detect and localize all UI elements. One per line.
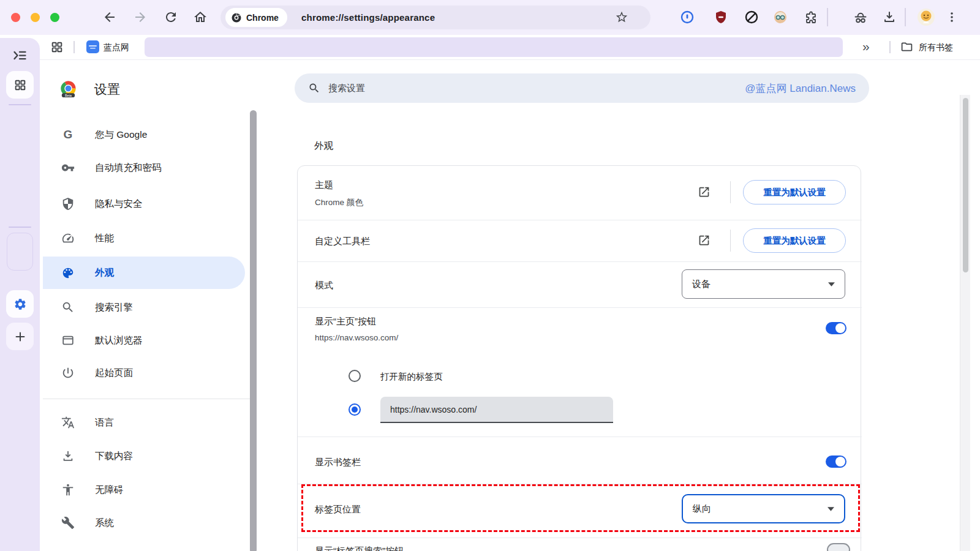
shield-icon [61,197,75,211]
card-divider [298,484,862,484]
tab-position-label: 标签页位置 [315,504,361,515]
all-bookmarks-button[interactable]: 所有书签 [919,42,953,53]
home-icon[interactable] [193,10,208,24]
mode-select[interactable]: 设备 [682,269,845,299]
sidebar-divider [43,399,250,399]
sidebar-item-downloads[interactable]: 下载内容 [43,440,245,473]
home-button-url: https://nav.wsoso.com/ [315,333,398,342]
back-icon[interactable] [102,10,117,24]
gear-icon [13,298,27,311]
google-g-icon: G [61,128,75,141]
new-tab-button[interactable] [6,323,34,350]
custom-toolbar-title: 自定义工具栏 [315,236,370,247]
sidebar-item-appearance[interactable]: 外观 [43,257,245,289]
external-link-icon[interactable] [698,186,710,198]
sidebar-item-autofill[interactable]: 自动填充和密码 [43,151,245,184]
radio-new-tab-label: 打开新的标签页 [380,371,443,383]
adblock-shield-extension-icon[interactable] [714,10,728,24]
reset-theme-button[interactable]: 重置为默认设置 [743,180,846,204]
bookmark-favicon [86,40,99,53]
profile-avatar[interactable] [917,8,935,26]
radio-new-tab[interactable] [349,370,361,382]
site-badge[interactable]: Chrome [225,8,287,27]
badge-label: Chrome [246,13,279,23]
tab-placeholder [7,233,33,271]
rail-collapse-toggle-icon[interactable] [12,47,28,64]
tab-strip-pill[interactable] [145,37,843,57]
apps-grid-icon[interactable] [50,40,64,54]
downloads-icon[interactable] [882,10,897,24]
row-separator [730,230,731,252]
sidebar-item-system[interactable]: 系统 [43,506,245,539]
reset-custom-toolbar-button[interactable]: 重置为默认设置 [743,228,846,253]
main-scrollbar-thumb[interactable] [963,98,968,272]
mode-label: 模式 [315,280,333,291]
card-divider [298,307,862,308]
watermark-link[interactable]: @蓝点网 Landian.News [745,81,856,96]
incognito-proxy-icon[interactable] [853,10,869,26]
window-zoom-button[interactable] [50,13,59,22]
home-url-input[interactable]: https://nav.wsoso.com/ [380,397,613,423]
bookmarks-overflow-chevron-icon[interactable]: » [862,39,870,54]
active-settings-tab-button[interactable] [6,290,34,318]
bookmarks-toggle-label: 显示书签栏 [315,457,361,468]
palette-icon [61,266,75,280]
sidebar-item-accessibility[interactable]: 无障碍 [43,473,245,506]
sidebar-item-search-engine[interactable]: 搜索引擎 [43,291,245,324]
menu-kebab-icon[interactable] [944,10,959,24]
bookmarks-separator [74,41,75,53]
chevron-down-icon [827,507,834,511]
toolbar-separator [827,8,828,26]
sidebar-scrollbar[interactable] [250,110,257,551]
chrome-beta-logo: Beta [58,78,79,99]
password-manager-extension-icon[interactable] [680,10,695,24]
external-link-icon[interactable] [698,234,710,247]
blocker-extension-icon[interactable] [744,10,759,24]
key-icon [61,161,75,174]
address-bar[interactable]: Chrome chrome://settings/appearance [221,6,650,29]
tab-search-grid-button[interactable] [6,71,34,99]
card-divider [298,437,862,437]
sidebar-item-default-browser[interactable]: 默认浏览器 [43,324,245,357]
reload-icon[interactable] [164,10,178,24]
tab-search-toggle[interactable] [827,543,850,551]
sidebar-item-on-startup[interactable]: 起始页面 [43,356,245,389]
window-close-button[interactable] [11,13,20,22]
avatar-extension-icon[interactable] [773,10,788,24]
tab-search-label: 显示“标签页搜索”按钮 [315,545,404,551]
card-divider [298,538,862,538]
speedometer-icon [61,231,75,245]
home-button-label: 显示“主页”按钮 [315,316,376,328]
search-placeholder: 搜索设置 [328,83,737,94]
sidebar-item-privacy-security[interactable]: 隐私与安全 [43,187,245,220]
theme-title: 主题 [315,179,333,191]
theme-subtitle: Chrome 颜色 [315,197,363,208]
main-scrollbar-track[interactable] [960,95,970,551]
bookmark-star-icon[interactable] [615,10,628,24]
home-button-toggle[interactable] [826,322,846,334]
svg-text:Beta: Beta [65,94,72,97]
settings-search-input[interactable]: 搜索设置 @蓝点网 Landian.News [295,73,869,103]
plus-icon [13,330,27,343]
tab-position-select[interactable]: 纵向 [682,494,845,523]
row-separator [730,181,731,203]
page-title: 设置 [94,81,120,98]
forward-icon[interactable] [133,10,148,24]
accessibility-icon [61,483,75,497]
chrome-logo-icon [231,12,242,23]
sidebar-item-you-and-google[interactable]: G 您与 Google [43,118,245,151]
download-icon [61,449,75,463]
window-minimize-button[interactable] [31,13,40,22]
bookmark-item[interactable]: 蓝点网 [104,42,129,53]
url-text[interactable]: chrome://settings/appearance [301,6,435,29]
browser-toolbar: Chrome chrome://settings/appearance [0,0,980,35]
toolbar-separator [905,8,906,26]
extensions-puzzle-icon[interactable] [804,10,818,24]
bookmarks-separator [889,41,891,53]
bookmarks-bar-toggle[interactable] [826,455,846,468]
card-divider [298,261,862,262]
sidebar-item-performance[interactable]: 性能 [43,222,245,255]
vertical-tab-rail [0,38,40,551]
sidebar-item-languages[interactable]: 语言 [43,406,245,439]
radio-custom-url[interactable] [349,403,361,416]
